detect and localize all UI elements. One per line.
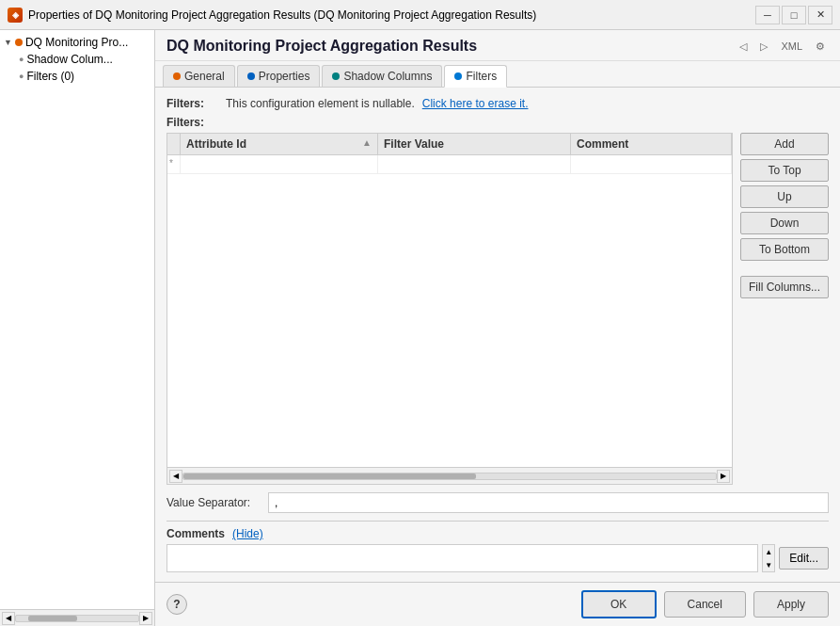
tab-filters-label: Filters — [466, 70, 497, 83]
tab-general[interactable]: General — [163, 65, 235, 87]
tree-item-root[interactable]: ▼ DQ Monitoring Pro... — [2, 34, 152, 51]
comments-scroll-down[interactable]: ▼ — [763, 558, 774, 571]
row-new-marker: * — [167, 155, 181, 173]
maximize-button[interactable]: □ — [782, 6, 806, 24]
dialog-header: DQ Monitoring Project Aggregation Result… — [155, 30, 840, 61]
down-button[interactable]: Down — [740, 212, 829, 234]
bottom-bar: ? OK Cancel Apply — [155, 582, 840, 626]
filters-label-1: Filters: — [166, 97, 218, 110]
dialog-title: DQ Monitoring Project Aggregation Result… — [166, 38, 477, 55]
table-container: Attribute Id▲ Filter Value Comment * — [166, 133, 829, 485]
filters-nullable-row: Filters: This configuration element is n… — [166, 97, 829, 110]
apply-button[interactable]: Apply — [753, 591, 829, 618]
row-marker-header — [167, 134, 181, 154]
separator-input[interactable] — [268, 492, 829, 513]
minimize-button[interactable]: ─ — [755, 6, 780, 24]
tab-shadow-dot — [332, 72, 340, 80]
xml-label: XML — [777, 39, 806, 54]
col-header-filter-val[interactable]: Filter Value — [378, 134, 571, 154]
tab-properties-dot — [247, 72, 255, 80]
hscroll-track — [182, 473, 717, 480]
hide-link[interactable]: (Hide) — [232, 527, 263, 540]
table-body: * — [167, 155, 732, 467]
left-panel: ▼ DQ Monitoring Pro... ● Shadow Colum...… — [0, 30, 155, 626]
right-panel: DQ Monitoring Project Aggregation Result… — [155, 30, 840, 626]
title-bar: ◈ Properties of DQ Monitoring Project Ag… — [0, 0, 840, 30]
fill-columns-button[interactable]: Fill Columns... — [740, 276, 829, 298]
app-icon: ◈ — [8, 8, 23, 23]
main-container: ▼ DQ Monitoring Pro... ● Shadow Colum...… — [0, 30, 840, 626]
table-cell-attr-id-new[interactable] — [181, 155, 378, 173]
tree-item-shadow-columns[interactable]: ● Shadow Colum... — [2, 51, 152, 68]
tabs-bar: General Properties Shadow Columns Filter… — [155, 61, 840, 88]
tree-expand-icon: ▼ — [4, 38, 12, 47]
tree-root-label: DQ Monitoring Pro... — [25, 36, 128, 49]
hscroll-left-arrow[interactable]: ◀ — [169, 470, 182, 483]
tree-item-filters[interactable]: ● Filters (0) — [2, 68, 152, 85]
tree-child-label-2: Filters (0) — [26, 70, 74, 83]
tab-general-dot — [173, 72, 181, 80]
table-header: Attribute Id▲ Filter Value Comment — [167, 134, 732, 155]
tab-properties-label: Properties — [259, 70, 310, 83]
tree-bullet-icon-2: ● — [19, 72, 24, 81]
filters-table: Attribute Id▲ Filter Value Comment * — [166, 133, 733, 485]
tree-child-label-1: Shadow Colum... — [26, 53, 112, 66]
table-cell-comment-new[interactable] — [571, 155, 732, 173]
comments-scroll-up[interactable]: ▲ — [763, 545, 774, 558]
forward-icon[interactable]: ▷ — [756, 39, 771, 55]
table-cell-filter-val-new[interactable] — [378, 155, 571, 173]
to-bottom-button[interactable]: To Bottom — [740, 238, 829, 261]
col-header-attr-id[interactable]: Attribute Id▲ — [181, 134, 378, 154]
up-button[interactable]: Up — [740, 185, 829, 208]
comments-section: Comments (Hide) ▲ ▼ Edit... — [166, 521, 829, 572]
add-button[interactable]: Add — [740, 133, 829, 155]
hscroll-right-arrow[interactable]: ▶ — [717, 470, 730, 483]
comments-input-row: ▲ ▼ Edit... — [166, 544, 829, 572]
separator-label: Value Separator: — [166, 496, 261, 509]
ok-button[interactable]: OK — [581, 590, 657, 618]
title-bar-left: ◈ Properties of DQ Monitoring Project Ag… — [8, 8, 536, 23]
comments-scroll: ▲ ▼ — [762, 544, 775, 572]
nullable-text: This configuration element is nullable. — [226, 97, 415, 110]
tab-filters-dot — [454, 72, 462, 80]
scroll-right-arrow[interactable]: ▶ — [139, 612, 152, 625]
dialog-header-right: ◁ ▷ XML ⚙ — [736, 39, 829, 55]
sort-arrow-icon: ▲ — [362, 137, 372, 148]
left-scrollbar: ◀ ▶ — [0, 609, 154, 626]
hscroll-thumb — [183, 474, 476, 479]
comments-header: Comments (Hide) — [166, 527, 829, 540]
help-button[interactable]: ? — [166, 594, 187, 615]
title-bar-controls: ─ □ ✕ — [755, 6, 832, 24]
tree-root-icon — [15, 39, 23, 46]
filters-label-2: Filters: — [166, 116, 829, 129]
scroll-track — [15, 615, 139, 622]
content-area: Filters: This configuration element is n… — [155, 88, 840, 582]
close-button[interactable]: ✕ — [808, 6, 832, 24]
tab-general-label: General — [184, 70, 225, 83]
tab-properties[interactable]: Properties — [237, 65, 321, 87]
tab-shadow-label: Shadow Columns — [343, 70, 432, 83]
separator-row: Value Separator: — [166, 492, 829, 513]
scroll-left-arrow[interactable]: ◀ — [2, 612, 15, 625]
settings-icon[interactable]: ⚙ — [812, 39, 829, 55]
scroll-thumb — [28, 616, 77, 621]
back-icon[interactable]: ◁ — [736, 39, 751, 55]
col-header-comment[interactable]: Comment — [571, 134, 732, 154]
tree-area: ▼ DQ Monitoring Pro... ● Shadow Colum...… — [0, 30, 154, 609]
side-buttons: Add To Top Up Down To Bottom Fill Column… — [740, 133, 829, 485]
table-hscroll: ◀ ▶ — [167, 467, 732, 484]
window-title: Properties of DQ Monitoring Project Aggr… — [28, 8, 536, 22]
tab-filters[interactable]: Filters — [444, 65, 507, 88]
tab-shadow-columns[interactable]: Shadow Columns — [322, 65, 442, 87]
cancel-button[interactable]: Cancel — [664, 591, 746, 618]
comments-title: Comments — [166, 527, 225, 540]
comments-input[interactable] — [166, 544, 758, 572]
table-row-new[interactable]: * — [167, 155, 732, 174]
tree-bullet-icon: ● — [19, 55, 24, 64]
erase-link[interactable]: Click here to erase it. — [422, 97, 529, 110]
edit-button[interactable]: Edit... — [779, 547, 829, 570]
to-top-button[interactable]: To Top — [740, 159, 829, 182]
